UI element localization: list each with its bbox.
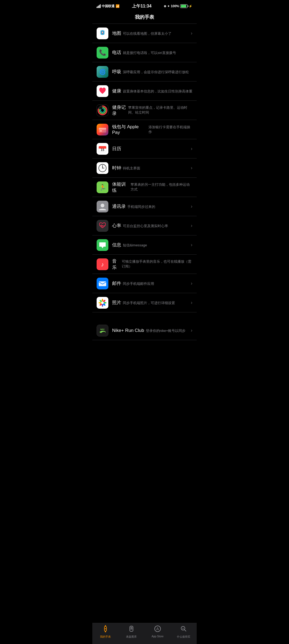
battery-label: 100% (171, 4, 179, 8)
app-desc-workout: 苹果表的另一主打功能，包括多种运动方式 (131, 182, 192, 192)
app-row-workout[interactable]: 🏃 体能训练 苹果表的另一主打功能，包括多种运动方式 (92, 178, 197, 197)
app-content-health: 健康 设置身体基本信息的，比如生日性别身高体重 (112, 88, 192, 94)
app-content-breath: 呼吸 深呼吸应用，会提示你进行深呼吸进行放松 (112, 69, 192, 75)
app-content-messages: 信息 短信&imessage (112, 242, 189, 248)
app-desc-heartrate: 可后台监控心里及测实时心率 (123, 224, 168, 228)
app-desc-breath: 深呼吸应用，会提示你进行深呼吸进行放松 (123, 70, 189, 75)
status-left: 中国联通 📶 (97, 4, 120, 9)
app-row-clock[interactable]: 时钟 待机主界面 › (92, 158, 197, 178)
app-name-contacts: 通讯录 (112, 203, 126, 210)
app-icon-health (97, 85, 108, 97)
svg-rect-18 (100, 130, 102, 131)
app-desc-nike: 登录你的nike+账号以同步 (146, 328, 185, 333)
app-name-nike: Nike+ Run Club (112, 328, 144, 333)
arrow-messages: › (191, 242, 192, 248)
app-icon-mail (97, 278, 108, 289)
arrow-heartrate: › (191, 223, 192, 228)
app-content-music: 音乐 可独立播放手表里的音乐，也可在线播放（需订阅） (112, 258, 192, 270)
app-row-nike[interactable]: NRC Nike+ Run Club 登录你的nike+账号以同步 › (92, 321, 197, 340)
svg-text:15: 15 (101, 148, 104, 152)
svg-point-48 (101, 301, 104, 304)
arrow-contacts: › (191, 204, 192, 209)
app-content-workout: 体能训练 苹果表的另一主打功能，包括多种运动方式 (112, 181, 192, 193)
app-icon-fitness (97, 104, 108, 116)
carrier-label: 中国联通 (102, 4, 115, 9)
heartrate-icon-svg (97, 220, 108, 232)
svg-text:📞: 📞 (99, 49, 107, 56)
app-name-breath: 呼吸 (112, 69, 121, 75)
mail-icon-svg (97, 278, 108, 289)
app-desc-contacts: 手机端同步过来的 (127, 204, 155, 209)
arrow-photos: › (191, 300, 192, 305)
app-row-mail[interactable]: 邮件 同步手机端邮件应用 › (92, 274, 197, 293)
wifi-icon: 📶 (116, 4, 120, 8)
app-icon-calendar: 15 (97, 143, 108, 155)
app-row-music[interactable]: ♪ 音乐 可独立播放手表里的音乐，也可在线播放（需订阅） (92, 255, 197, 274)
app-content-clock: 时钟 待机主界面 (112, 165, 189, 171)
app-row-map[interactable]: 地图 可以在线看地图，但屏幕太小了 › (92, 24, 197, 43)
app-row-phone[interactable]: 📞 电话 就是接打电话啦，可以siri直接拨号 (92, 43, 197, 62)
app-desc-health: 设置身体基本信息的，比如生日性别身高体重 (123, 89, 192, 94)
app-desc-fitness: 苹果宣传的重点，记录卡路里、运动时间、站立时间 (128, 105, 192, 115)
app-desc-mail: 同步手机端邮件应用 (123, 281, 154, 286)
app-name-mail: 邮件 (112, 280, 121, 286)
app-row-calendar[interactable]: 15 日历 › (92, 139, 197, 158)
app-row-breath[interactable]: 🌀 呼吸 深呼吸应用，会提示你进行深呼吸进行放松 (92, 62, 197, 82)
app-row-fitness[interactable]: 健身记录 苹果宣传的重点，记录卡路里、运动时间、站立时间 (92, 101, 197, 120)
arrow-nike: › (191, 328, 192, 333)
app-content-mail: 邮件 同步手机端邮件应用 (112, 280, 189, 286)
arrow-calendar: › (191, 146, 192, 152)
app-name-fitness: 健身记录 (112, 104, 127, 117)
page-title: 我的手表 (92, 12, 197, 24)
battery-icon (180, 4, 188, 8)
app-icon-nike: NRC (97, 325, 108, 336)
app-content-nike: Nike+ Run Club 登录你的nike+账号以同步 (112, 328, 189, 333)
arrow-clock: › (191, 165, 192, 171)
messages-icon-svg (97, 239, 108, 251)
svg-text:🏃: 🏃 (99, 184, 107, 191)
bluetooth-icon: ✦ (167, 5, 170, 8)
app-name-phone: 电话 (112, 49, 121, 56)
map-icon-svg (97, 28, 108, 39)
app-content-heartrate: 心率 可后台监控心里及测实时心率 (112, 223, 189, 229)
app-row-heartrate[interactable]: 心率 可后台监控心里及测实时心率 › (92, 216, 197, 235)
app-name-messages: 信息 (112, 242, 121, 248)
signal-icon (97, 4, 101, 8)
app-desc-messages: 短信&imessage (123, 243, 147, 248)
app-desc-phone: 就是接打电话啦，可以siri直接拨号 (123, 51, 176, 55)
svg-point-28 (102, 168, 103, 168)
app-name-health: 健康 (112, 88, 121, 94)
fitness-icon-svg (97, 104, 108, 116)
nike-icon-svg: NRC (97, 325, 108, 336)
arrow-mail: › (191, 281, 192, 286)
app-row-wallet[interactable]: 钱包与 Apple Pay 添加银行卡需要在手机端操作 (92, 120, 197, 139)
arrow-map: › (191, 30, 192, 36)
app-desc-photos: 同步手机端照片，可进行详细设置 (123, 301, 175, 305)
app-desc-clock: 待机主界面 (123, 166, 140, 171)
app-row-health[interactable]: 健康 设置身体基本信息的，比如生日性别身高体重 (92, 82, 197, 101)
app-name-music: 音乐 (112, 258, 120, 270)
phone-icon-svg: 📞 (97, 47, 108, 59)
breath-icon-svg: 🌀 (97, 66, 108, 78)
app-desc-wallet: 添加银行卡需要在手机端操作 (149, 125, 192, 134)
app-content-fitness: 健身记录 苹果宣传的重点，记录卡路里、运动时间、站立时间 (112, 104, 192, 117)
app-row-photos[interactable]: 照片 同步手机端照片，可进行详细设置 › (92, 293, 197, 312)
app-row-contacts[interactable]: 通讯录 手机端同步过来的 › (92, 197, 197, 216)
wallet-icon-svg (97, 124, 108, 135)
app-name-calendar: 日历 (112, 146, 121, 151)
clock-icon-svg (97, 162, 108, 174)
app-name-photos: 照片 (112, 300, 121, 306)
app-desc-map: 可以在线看地图，但屏幕太小了 (123, 31, 172, 36)
app-icon-clock (97, 162, 108, 174)
charging-icon: ⚡ (189, 5, 192, 8)
app-content-wallet: 钱包与 Apple Pay 添加银行卡需要在手机端操作 (112, 124, 192, 135)
app-row-messages[interactable]: 信息 短信&imessage › (92, 235, 197, 255)
app-icon-phone: 📞 (97, 47, 108, 59)
photos-icon-svg (97, 297, 108, 309)
app-content-calendar: 日历 (112, 146, 189, 152)
svg-point-2 (102, 32, 103, 33)
status-bar: 中国联通 📶 上午11:34 ⊕ ✦ 100% ⚡ (92, 0, 197, 12)
svg-text:NRC: NRC (100, 328, 105, 331)
svg-text:♪: ♪ (101, 261, 104, 268)
app-desc-music: 可独立播放手表里的音乐，也可在线播放（需订阅） (122, 259, 192, 269)
